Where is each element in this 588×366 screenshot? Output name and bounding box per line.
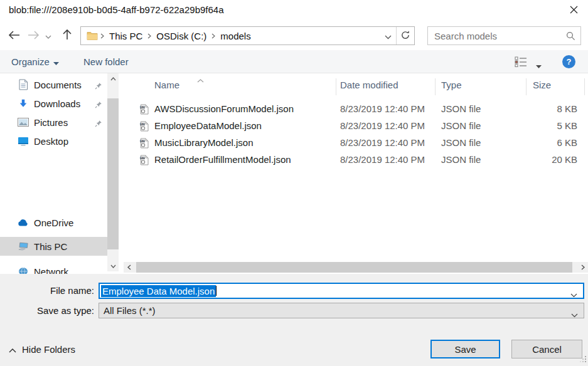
refresh-button[interactable]	[397, 27, 414, 44]
onedrive-cloud-icon	[18, 217, 29, 228]
resize-grip[interactable]	[580, 354, 587, 365]
svg-text:JSON: JSON	[140, 106, 146, 108]
file-name-label: File name:	[0, 285, 94, 296]
scroll-right-button[interactable]	[577, 262, 588, 273]
horizontal-scrollbar[interactable]	[124, 262, 588, 273]
save-as-type-select[interactable]: All Files (*.*)	[99, 303, 584, 318]
file-size: 5 KB	[513, 120, 577, 131]
view-options-dropdown[interactable]	[536, 60, 542, 70]
hide-folders-label: Hide Folders	[22, 344, 75, 355]
sidebar-item-label: Downloads	[34, 98, 80, 109]
file-name-input[interactable]: Employee Data Model.json	[99, 283, 584, 299]
column-divider	[336, 78, 336, 95]
cancel-button-label: Cancel	[532, 344, 562, 355]
pin-icon	[95, 81, 102, 92]
back-arrow-icon	[8, 31, 21, 41]
help-button[interactable]: ?	[562, 55, 575, 68]
svg-text:JSON: JSON	[140, 123, 146, 125]
save-dialog-window: blob:file:///208e910b-b0d5-4aff-b972-622…	[0, 0, 588, 366]
save-button[interactable]: Save	[430, 340, 500, 358]
organize-button[interactable]: Organize	[11, 50, 59, 73]
breadcrumb-separator-icon	[145, 33, 154, 39]
search-icon[interactable]	[566, 31, 575, 41]
cancel-button[interactable]: Cancel	[511, 340, 582, 358]
scroll-left-button[interactable]	[124, 262, 134, 273]
file-size: 8 KB	[513, 103, 577, 114]
up-arrow-icon	[62, 29, 72, 42]
file-row[interactable]: JSON AWSDiscussionForumModel.json 8/23/2…	[124, 101, 588, 118]
forward-button[interactable]	[25, 28, 41, 43]
column-divider	[526, 78, 527, 95]
sidebar-item-label: Documents	[34, 80, 82, 90]
recent-locations-button[interactable]	[43, 31, 54, 40]
file-size: 6 KB	[513, 137, 577, 148]
file-name: AWSDiscussionForumModel.json	[154, 103, 294, 114]
sidebar-item-this-pc[interactable]: This PC	[0, 237, 107, 256]
command-toolbar: Organize New folder ?	[0, 50, 588, 73]
up-button[interactable]	[59, 27, 75, 43]
scrollbar-thumb[interactable]	[136, 262, 572, 273]
file-row[interactable]: JSON RetailOrderFulfillmentModel.json 8/…	[124, 152, 588, 169]
sidebar-item-desktop[interactable]: Desktop	[0, 132, 107, 150]
file-type: JSON file	[441, 137, 481, 148]
chevron-up-icon	[9, 344, 16, 355]
back-button[interactable]	[6, 28, 23, 43]
search-placeholder: Search models	[434, 31, 566, 41]
sidebar-scrollbar[interactable]	[107, 73, 119, 271]
sidebar-item-label: OneDrive	[34, 217, 73, 228]
address-dropdown-button[interactable]	[380, 27, 396, 44]
file-type: JSON file	[441, 103, 481, 114]
svg-text:JSON: JSON	[140, 157, 146, 159]
new-folder-button[interactable]: New folder	[83, 50, 129, 73]
file-date-modified: 8/23/2019 12:40 PM	[340, 103, 425, 114]
sidebar-item-documents[interactable]: Documents	[0, 75, 107, 94]
change-view-button[interactable]	[515, 56, 527, 69]
computer-icon	[18, 241, 29, 252]
json-file-icon: JSON	[139, 155, 149, 167]
main-content: Documents Downloads Pictures	[0, 73, 588, 274]
column-header-size[interactable]: Size	[533, 80, 551, 90]
file-type: JSON file	[441, 120, 481, 131]
chevron-down-icon[interactable]	[570, 289, 577, 300]
hide-folders-button[interactable]: Hide Folders	[9, 344, 75, 355]
window-title: blob:file:///208e910b-b0d5-4aff-b972-622…	[9, 4, 224, 15]
json-file-icon: JSON	[139, 121, 149, 133]
breadcrumb-item-models[interactable]: models	[218, 31, 253, 41]
navigation-bar: This PC OSDisk (C:) models	[0, 20, 588, 50]
pin-icon	[95, 118, 102, 129]
breadcrumb-separator-icon	[98, 33, 107, 39]
close-icon	[570, 5, 578, 16]
svg-text:JSON: JSON	[140, 140, 146, 142]
forward-arrow-icon	[27, 31, 40, 41]
search-input[interactable]: Search models	[427, 26, 581, 45]
file-name: RetailOrderFulfillmentModel.json	[154, 154, 291, 165]
file-row[interactable]: JSON MusicLibraryModel.json 8/23/2019 12…	[124, 135, 588, 152]
sidebar-item-downloads[interactable]: Downloads	[0, 94, 107, 113]
close-button[interactable]	[564, 2, 583, 18]
network-globe-icon	[18, 266, 29, 274]
column-header-name[interactable]: Name	[154, 80, 179, 90]
column-header-type[interactable]: Type	[441, 80, 462, 90]
save-as-type-label: Save as type:	[0, 305, 94, 316]
file-date-modified: 8/23/2019 12:40 PM	[340, 120, 425, 131]
scroll-down-button[interactable]	[107, 261, 119, 271]
sidebar-item-label: Network	[34, 266, 68, 274]
title-bar: blob:file:///208e910b-b0d5-4aff-b972-622…	[0, 0, 588, 20]
address-bar[interactable]: This PC OSDisk (C:) models	[80, 26, 415, 45]
column-header-date-modified[interactable]: Date modified	[340, 80, 398, 90]
breadcrumb-item-this-pc[interactable]: This PC	[107, 31, 145, 41]
sidebar-item-onedrive[interactable]: OneDrive	[0, 213, 107, 232]
scrollbar-thumb[interactable]	[107, 98, 119, 249]
chevron-down-icon	[571, 309, 578, 320]
sidebar-item-network[interactable]: Network	[0, 262, 107, 274]
chevron-down-icon	[385, 31, 392, 41]
sidebar-item-pictures[interactable]: Pictures	[0, 113, 107, 132]
file-name: EmployeeDataModel.json	[154, 120, 262, 131]
sidebar-item-label: Desktop	[34, 136, 68, 147]
save-as-type-value: All Files (*.*)	[104, 305, 156, 316]
download-arrow-icon	[18, 98, 29, 109]
file-row[interactable]: JSON EmployeeDataModel.json 8/23/2019 12…	[124, 118, 588, 135]
pin-icon	[95, 100, 102, 110]
breadcrumb-item-osdisk[interactable]: OSDisk (C:)	[154, 31, 209, 41]
scroll-up-button[interactable]	[107, 73, 119, 84]
